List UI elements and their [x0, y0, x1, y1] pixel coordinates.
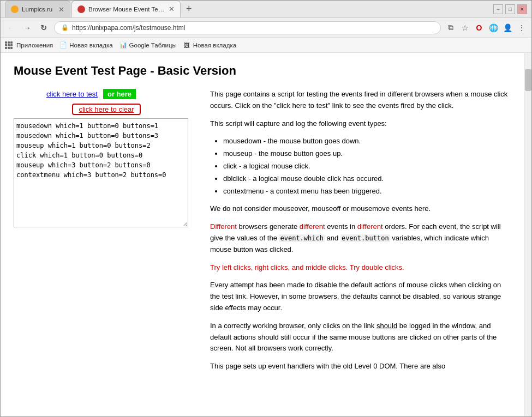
- scrollbar-thumb[interactable]: [525, 69, 531, 91]
- apps-label: Приложения: [16, 42, 53, 49]
- log-row-3: click which=1 button=0 buttons=0: [16, 150, 186, 160]
- test-area: click here to test or here click here to…: [14, 89, 511, 379]
- new-tab-button[interactable]: +: [182, 1, 196, 17]
- log-row-0: mousedown which=1 button=0 buttons=1: [16, 121, 186, 131]
- desc-para5: Try left clicks, right clicks, and middl…: [210, 262, 511, 274]
- bookmark-new-tab-2[interactable]: 🖼 Новая вкладка: [183, 41, 236, 49]
- event-types-list: mousedown - the mouse button goes down. …: [223, 136, 511, 197]
- event-type-1: mouseup - the mouse button goes up.: [223, 148, 511, 160]
- desc-para2: This script will capture and log the fol…: [210, 118, 511, 130]
- bookmark-new-tab-1[interactable]: 📄 Новая вкладка: [59, 41, 112, 49]
- should-text: should: [376, 322, 397, 330]
- event-which-code: event.which: [279, 234, 324, 242]
- desc-para3: We do not consider mouseover, mouseoff o…: [210, 203, 511, 215]
- copy-icon[interactable]: ⧉: [445, 22, 456, 33]
- menu-icon[interactable]: ⋮: [516, 22, 527, 33]
- try-clicks: Try left clicks, right clicks, and middl…: [210, 263, 404, 271]
- or-here-button[interactable]: or here: [103, 89, 136, 99]
- address-bar: ← → ↻ 🔒 https://unixpapa.com/js/testmous…: [1, 18, 531, 38]
- page-content: Mouse Event Test Page - Basic Version cl…: [1, 53, 524, 416]
- bookmark-google-sheets[interactable]: 📊 Google Таблицы: [119, 41, 177, 49]
- tab-favicon-2: [77, 5, 85, 13]
- desc-para6: Every attempt has been made to disable t…: [210, 280, 511, 313]
- diff3: different: [357, 222, 383, 231]
- clear-link-wrapper: click here to clear: [14, 104, 199, 115]
- tab-title-1: Lumpics.ru: [22, 6, 55, 13]
- right-panel: This page contains a script for testing …: [210, 89, 511, 379]
- clear-link[interactable]: click here to clear: [72, 104, 140, 115]
- link-row: click here to test or here: [14, 89, 199, 99]
- title-bar: Lumpics.ru ✕ Browser Mouse Event Test Pa…: [1, 1, 531, 18]
- bookmark-apps[interactable]: Приложения: [5, 41, 53, 49]
- star-icon[interactable]: ☆: [459, 22, 470, 33]
- log-row-5: contextmenu which=3 button=2 buttons=0: [16, 170, 186, 180]
- profile-icon[interactable]: 👤: [502, 22, 513, 33]
- test-link[interactable]: click here to test: [46, 90, 98, 98]
- left-panel: click here to test or here click here to…: [14, 89, 199, 379]
- norm1: browsers generate: [239, 222, 300, 231]
- log-row-1: mousedown which=1 button=0 buttons=3: [16, 131, 186, 141]
- close-button[interactable]: ✕: [517, 4, 527, 14]
- bookmark-icon-2: 📊: [119, 41, 127, 49]
- tab-title-2: Browser Mouse Event Test Page: [88, 6, 165, 13]
- browser-window: Lumpics.ru ✕ Browser Mouse Event Test Pa…: [0, 0, 532, 417]
- reload-button[interactable]: ↻: [38, 22, 50, 34]
- scrollbar[interactable]: [524, 53, 531, 416]
- bookmark-icon-3: 🖼: [183, 41, 191, 49]
- address-text: https://unixpapa.com/js/testmouse.html: [72, 24, 185, 32]
- maximize-button[interactable]: □: [505, 4, 515, 14]
- bookmark-label-1: Новая вкладка: [69, 42, 112, 49]
- event-type-4: contextmenu - a context menu has been tr…: [223, 186, 511, 197]
- tab-close-2[interactable]: ✕: [169, 5, 175, 13]
- desc-para4: Different browsers generate different ev…: [210, 221, 511, 255]
- apps-grid-icon: [5, 41, 13, 49]
- norm2: events in: [327, 222, 357, 231]
- desc-para8: This page sets up event handlers with th…: [210, 361, 511, 372]
- log-row-2: mouseup which=1 button=0 buttons=2: [16, 141, 186, 150]
- bookmark-label-2: Google Таблицы: [129, 42, 177, 49]
- tab-favicon-1: [11, 5, 19, 13]
- diff1: Different: [210, 222, 237, 231]
- norm4: and: [327, 234, 340, 242]
- lock-icon: 🔒: [61, 24, 69, 31]
- event-type-2: click - a logical mouse click.: [223, 161, 511, 172]
- minimize-button[interactable]: −: [493, 4, 503, 14]
- address-input[interactable]: 🔒 https://unixpapa.com/js/testmouse.html: [54, 21, 441, 34]
- event-button-code: event.button: [340, 234, 390, 242]
- log-row-4: mouseup which=3 button=2 buttons=0: [16, 160, 186, 170]
- event-type-0: mousedown - the mouse button goes down.: [223, 136, 511, 147]
- tab-testmouse[interactable]: Browser Mouse Event Test Page ✕: [71, 1, 181, 17]
- window-controls: − □ ✕: [493, 4, 527, 14]
- desc-para1: This page contains a script for testing …: [210, 89, 511, 112]
- tab-bar: Lumpics.ru ✕ Browser Mouse Event Test Pa…: [5, 1, 487, 17]
- tab-lumpics[interactable]: Lumpics.ru ✕: [5, 1, 70, 17]
- bookmarks-bar: Приложения 📄 Новая вкладка 📊 Google Табл…: [1, 38, 531, 53]
- bookmark-label-3: Новая вкладка: [193, 42, 236, 49]
- event-log[interactable]: mousedown which=1 button=0 buttons=1 mou…: [14, 118, 188, 227]
- back-button[interactable]: ←: [5, 22, 17, 34]
- event-type-3: dblclick - a logical mouse double click …: [223, 173, 511, 185]
- desc-para7: In a correctly working browser, only cli…: [210, 321, 511, 354]
- tab-close-1[interactable]: ✕: [58, 6, 64, 13]
- opera-icon[interactable]: O: [474, 22, 485, 33]
- forward-button[interactable]: →: [21, 22, 33, 34]
- page-title: Mouse Event Test Page - Basic Version: [14, 64, 511, 78]
- globe-icon[interactable]: 🌐: [488, 22, 499, 33]
- address-icons: ⧉ ☆ O 🌐 👤 ⋮: [445, 22, 527, 33]
- page-area: Mouse Event Test Page - Basic Version cl…: [1, 53, 531, 416]
- diff2: different: [300, 222, 325, 231]
- bookmark-icon-1: 📄: [59, 41, 67, 49]
